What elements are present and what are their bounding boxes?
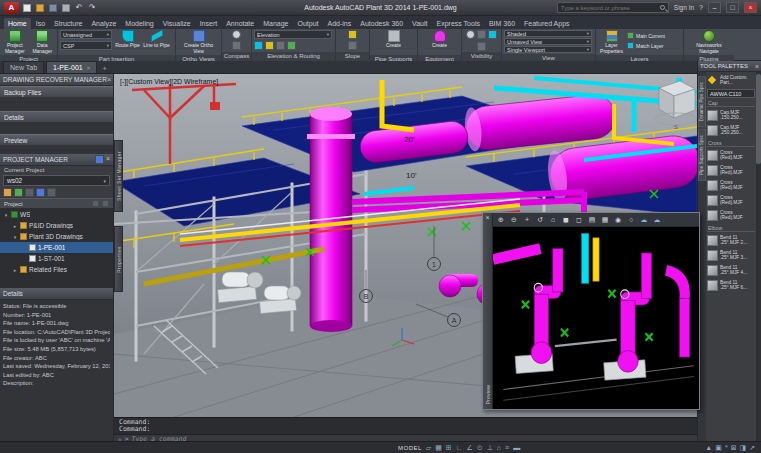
palette-item-elbow[interactable]: Bend 11 .25°.MJF 2...: [707, 233, 755, 248]
qnew-icon[interactable]: [22, 3, 32, 13]
close-icon[interactable]: ×: [107, 76, 111, 83]
annotation-scale-icon[interactable]: ▣: [715, 443, 722, 453]
views-grid-icon[interactable]: ▦: [600, 216, 610, 224]
refresh-project-icon[interactable]: [95, 155, 104, 164]
tab-home[interactable]: Home: [4, 18, 31, 29]
tab-vault[interactable]: Vault: [408, 18, 431, 29]
viewport-config-select[interactable]: Single Viewport▾: [504, 46, 592, 53]
cloud-share-icon[interactable]: ☁: [652, 216, 662, 224]
tab-modeling[interactable]: Modeling: [121, 18, 157, 29]
clean-screen-icon[interactable]: ↗: [749, 443, 755, 453]
command-history[interactable]: Command: Command:: [114, 418, 697, 434]
ortho-mode-icon[interactable]: ∟: [456, 443, 463, 453]
line-to-pipe-button[interactable]: Line to Pipe: [143, 30, 170, 54]
close-button[interactable]: ×: [744, 2, 757, 13]
panel-label-elevation-routing[interactable]: Elevation & Routing: [252, 52, 335, 61]
tab-bim360[interactable]: BIM 360: [485, 18, 519, 29]
close-icon[interactable]: ×: [485, 213, 489, 222]
detail-view-icon[interactable]: [102, 200, 109, 207]
refresh-icon[interactable]: [36, 188, 45, 197]
workspace-switch-icon[interactable]: *: [725, 443, 728, 453]
compass-settings-icon[interactable]: [232, 41, 241, 50]
palette-item-elbow[interactable]: Bend 11 .25°.MJF 3...: [707, 248, 755, 263]
navisworks-navigate-button[interactable]: Navisworks Navigate: [687, 30, 731, 54]
camera-icon[interactable]: ◉: [613, 216, 623, 224]
anchored-palette-tab-properties[interactable]: Properties: [114, 226, 123, 292]
zoom-out-icon[interactable]: ⊖: [509, 216, 519, 224]
palette-item-cross[interactable]: Cross (Red).MJF .250.250...: [707, 148, 755, 163]
grid-display-icon[interactable]: ⊞: [446, 443, 452, 453]
preview-yellow-pipe[interactable]: [593, 238, 599, 281]
palette-tab-dynamic-pipe-spec[interactable]: Dynamic Pipe Spec: [698, 76, 706, 127]
spec-select[interactable]: Unassigned▾: [60, 30, 112, 39]
save-icon[interactable]: [48, 3, 58, 13]
isolate-parts-icon[interactable]: [488, 30, 497, 39]
palette-item-cap[interactable]: Cap.MJF .250.250...: [707, 123, 755, 138]
viewport-controls[interactable]: [-][Custom View][2D Wireframe]: [120, 78, 218, 86]
panel-label-compass[interactable]: Compass: [222, 52, 251, 61]
dynamic-ucs-icon[interactable]: ⌂: [497, 443, 501, 453]
orbit-icon[interactable]: ↺: [535, 216, 545, 224]
size-select[interactable]: CSP▾: [60, 41, 112, 50]
search-icon[interactable]: [660, 5, 665, 10]
match-layer-button[interactable]: Match Layer: [627, 42, 665, 49]
palette-item-cross[interactable]: Cross (Red).MJF .350.350...: [707, 208, 755, 223]
tab-annotate[interactable]: Annotate: [222, 18, 258, 29]
compass-toggle-icon[interactable]: [232, 30, 241, 39]
tab-autodesk360[interactable]: Autodesk 360: [356, 18, 407, 29]
create-support-button[interactable]: Create: [380, 30, 407, 54]
make-current-button[interactable]: Main Current: [627, 32, 665, 39]
search-input[interactable]: [561, 5, 657, 11]
file-tab-new[interactable]: New Tab: [3, 61, 44, 73]
panel-label-visibility[interactable]: Visibility: [462, 52, 501, 61]
lock-ui-icon[interactable]: ⊠: [731, 443, 737, 453]
tree-item-1-st-001[interactable]: 1-ST-001: [0, 253, 113, 264]
drm-preview-header[interactable]: Preview: [0, 134, 113, 145]
drm-backup-files-header[interactable]: Backup Files: [0, 86, 113, 97]
panel-label-slope[interactable]: Slope: [336, 52, 369, 61]
maximize-button[interactable]: □: [726, 2, 739, 13]
floating-preview-window[interactable]: × Preview ⊕ ⊖ + ↺ ⌂ ◼ ◻ ▤ ▦ ◉ ○ ☁ ☁: [482, 212, 700, 410]
panel-label-view[interactable]: View: [502, 54, 595, 61]
current-project-select[interactable]: ws02 ▾: [3, 175, 110, 186]
object-track-icon[interactable]: ⊥: [487, 443, 493, 453]
tab-visualize[interactable]: Visualize: [159, 18, 195, 29]
slope-settings-icon[interactable]: [348, 41, 357, 50]
layer-properties-button[interactable]: Layer Properties: [598, 30, 625, 54]
palette-item-cap[interactable]: Cap.MJF .150.250...: [707, 108, 755, 123]
routing-plane-icon[interactable]: [276, 41, 285, 50]
close-icon[interactable]: ×: [755, 63, 759, 70]
validate-icon[interactable]: [47, 188, 56, 197]
close-tab-icon[interactable]: ×: [87, 65, 91, 71]
close-icon[interactable]: ×: [106, 155, 110, 164]
new-drawing-icon[interactable]: [14, 188, 23, 197]
tab-insert[interactable]: Insert: [196, 18, 222, 29]
tree-item-plant3d-drawings[interactable]: ▾Plant 3D Drawings: [0, 231, 113, 242]
route-pipe-button[interactable]: Route Pipe: [114, 30, 141, 54]
drm-details-header[interactable]: Details: [0, 111, 113, 122]
isolate-objects-icon[interactable]: ◨: [740, 443, 747, 453]
new-drawing-plus-icon[interactable]: +: [99, 64, 110, 73]
create-equipment-button[interactable]: Create: [426, 30, 453, 54]
tree-item-1-pe-001[interactable]: 1-PE-001: [0, 242, 113, 253]
preview-canvas[interactable]: [493, 227, 699, 409]
tree-item-pid-drawings[interactable]: ▸P&ID Drawings: [0, 220, 113, 231]
sign-in-button[interactable]: Sign In: [674, 4, 694, 11]
dynamic-input-icon[interactable]: ≡: [505, 443, 509, 453]
home-icon[interactable]: ⌂: [548, 216, 558, 223]
tab-structure[interactable]: Structure: [50, 18, 86, 29]
unisolate-icon[interactable]: [477, 42, 486, 51]
tree-item-ws[interactable]: ▾WS: [0, 209, 113, 220]
palette-item-cross[interactable]: Cross (Red).MJF .350.350...: [707, 193, 755, 208]
application-menu-button[interactable]: A: [4, 2, 19, 14]
zoom-in-icon[interactable]: ⊕: [496, 216, 506, 224]
palette-item-add-custom-part[interactable]: Add Custom Part...: [707, 73, 755, 88]
minimize-button[interactable]: –: [708, 2, 721, 13]
redo-icon[interactable]: ↷: [87, 3, 97, 13]
named-view-select[interactable]: Unsaved View▾: [504, 38, 592, 45]
open-folder-icon[interactable]: [3, 188, 12, 197]
palette-item-elbow[interactable]: Bend 11 .25°.MJF 4...: [707, 263, 755, 278]
routing-offset-icon[interactable]: [254, 41, 263, 50]
model-space-button[interactable]: MODEL: [398, 445, 422, 451]
routing-elevation-icon[interactable]: [265, 41, 274, 50]
